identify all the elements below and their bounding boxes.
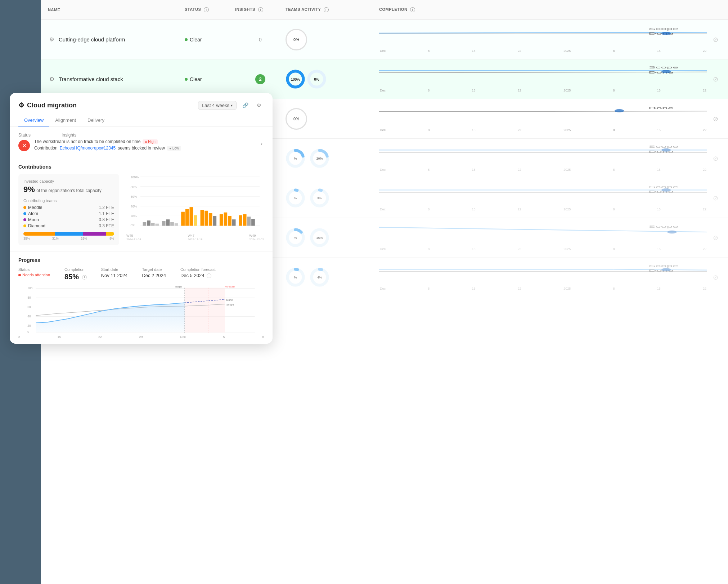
svg-line-13	[379, 111, 707, 111]
status-insights-row: Status Insights	[18, 133, 264, 139]
row-action-icon[interactable]: ⊘	[710, 36, 721, 44]
row-teams: % 20%	[286, 148, 379, 168]
svg-text:Target: Target	[175, 286, 182, 288]
team-item: Moon 0.8 FTE	[23, 217, 114, 222]
svg-rect-72	[185, 209, 189, 226]
severity-low-badge: ● Low	[167, 146, 181, 151]
insights-info-icon[interactable]: i	[258, 7, 263, 12]
svg-text:60%: 60%	[131, 195, 137, 199]
svg-point-4	[661, 32, 671, 35]
table-header: NAME STATUS i INSIGHTS i TEAMS ACTIVITY …	[41, 0, 728, 20]
cap-seg-atom	[55, 232, 83, 236]
invested-sub: of the organization's total capacity	[36, 188, 101, 193]
completion-info-icon[interactable]: i	[410, 7, 415, 12]
svg-rect-63	[143, 222, 147, 226]
svg-rect-76	[205, 211, 208, 226]
overlay-panel: ⚙ Cloud migration Last 4 weeks ▾ 🔗 ⚙ Ove…	[10, 93, 273, 344]
svg-text:Scope: Scope	[226, 303, 234, 306]
teams-label: Contributing teams	[23, 199, 114, 203]
row-name: ⚙ Cutting-edge cloud platform	[48, 36, 185, 44]
svg-text:80: 80	[27, 296, 31, 299]
team-dot-atom	[23, 212, 26, 215]
link-icon[interactable]: 🔗	[240, 100, 250, 110]
insights-section: Status Insights ✕ The workstream is not …	[10, 127, 273, 158]
svg-rect-78	[213, 216, 216, 226]
svg-rect-81	[228, 216, 232, 226]
svg-rect-66	[155, 224, 159, 226]
header-name: NAME	[48, 8, 185, 12]
team-dot-moon	[23, 218, 26, 221]
svg-text:0%: 0%	[131, 223, 135, 227]
completion-chart: Done Dec81522202581522	[379, 104, 707, 133]
chart-x-labels: Dec81522202581522	[379, 128, 707, 132]
teams-donut-partial: %	[286, 228, 305, 248]
overlay-title: ⚙ Cloud migration	[18, 101, 77, 109]
teams-donut2: 20%	[310, 148, 329, 168]
row-action-icon[interactable]: ⊘	[710, 115, 721, 123]
row-action-icon[interactable]: ⊘	[710, 194, 721, 202]
needs-attention-badge: Needs attention	[18, 273, 50, 277]
table-row[interactable]: ⚙ Cutting-edge cloud platform Clear 0 0%…	[41, 20, 728, 59]
stat-label: Completion	[64, 267, 87, 272]
tab-overview[interactable]: Overview	[18, 115, 49, 126]
chart-x-labels: Dec81522202581522	[379, 208, 707, 211]
svg-rect-75	[201, 210, 204, 226]
row-action-icon[interactable]: ⊘	[710, 155, 721, 162]
row-insights: 2	[235, 74, 286, 84]
forecast-info-icon[interactable]: i	[207, 273, 211, 278]
svg-point-40	[667, 230, 677, 233]
header-insights: INSIGHTS i	[235, 7, 286, 12]
tab-delivery[interactable]: Delivery	[82, 115, 110, 126]
completion-info-icon[interactable]: i	[82, 275, 87, 280]
expand-icon[interactable]: ›	[259, 139, 264, 148]
team-item: Atom 1.1 FTE	[23, 211, 114, 216]
row-action-icon[interactable]: ⊘	[710, 273, 721, 281]
status-dot	[185, 78, 188, 81]
donut-0: 0%	[307, 69, 327, 89]
completion-chart: Scope Done Dec81522202581522	[379, 263, 707, 292]
svg-rect-69	[170, 222, 174, 226]
overlay-controls: Last 4 weeks ▾ 🔗 ⚙	[198, 100, 264, 110]
row-completion: Done Dec81522202581522 ⊘	[379, 104, 721, 133]
svg-rect-86	[251, 219, 255, 226]
svg-rect-74	[194, 215, 197, 226]
progress-title: Progress	[18, 257, 264, 263]
row-completion: Scope Done Dec81522202581522 ⊘	[379, 263, 721, 292]
svg-text:20: 20	[27, 324, 31, 327]
status-info-icon[interactable]: i	[204, 7, 209, 12]
row-teams: 100% 0%	[286, 69, 379, 89]
row-teams: % 3%	[286, 188, 379, 208]
insights-detail	[105, 133, 264, 139]
bar-chart-x-labels: W452024-11-04 W472024-11-18 W492024-12-0…	[126, 234, 264, 241]
svg-rect-68	[166, 219, 170, 226]
header-completion: COMPLETION i	[379, 7, 721, 12]
teams-donut: 0%	[286, 29, 307, 50]
error-icon: ✕	[18, 140, 30, 151]
row-teams: 0%	[286, 29, 379, 50]
row-action-icon[interactable]: ⊘	[710, 75, 721, 83]
teams-donut-partial: %	[286, 267, 305, 287]
completion-chart: Scope Done Dec81522202581522	[379, 144, 707, 173]
svg-line-37	[379, 227, 590, 230]
settings-icon[interactable]: ⚙	[254, 100, 264, 110]
teams-donut-partial: %	[286, 188, 305, 208]
teams-donut2: 3%	[310, 188, 329, 208]
chart-x-labels: Dec81522202581522	[379, 287, 707, 290]
svg-text:Forecast: Forecast	[225, 286, 235, 288]
svg-rect-83	[239, 215, 242, 226]
tab-alignment[interactable]: Alignment	[49, 115, 82, 126]
teams-info-icon[interactable]: i	[324, 7, 329, 12]
svg-rect-70	[175, 223, 178, 226]
date-range-selector[interactable]: Last 4 weeks ▾	[198, 101, 237, 110]
insights-row: ✕ The workstream is not on track to be c…	[18, 139, 264, 152]
insight-link[interactable]: EchoesHQ/monorepo#12345	[60, 146, 116, 151]
teams-donut-partial: %	[286, 148, 305, 168]
svg-rect-84	[243, 214, 247, 226]
team-dot-meddle	[23, 206, 26, 209]
header-status: STATUS i	[185, 7, 235, 12]
svg-rect-73	[189, 207, 193, 226]
item-icon: ⚙	[48, 36, 56, 44]
row-action-icon[interactable]: ⊘	[710, 234, 721, 242]
insights-content: The workstream is not on track to be com…	[34, 139, 255, 152]
chart-x-labels: Dec81522202581522	[379, 49, 707, 53]
